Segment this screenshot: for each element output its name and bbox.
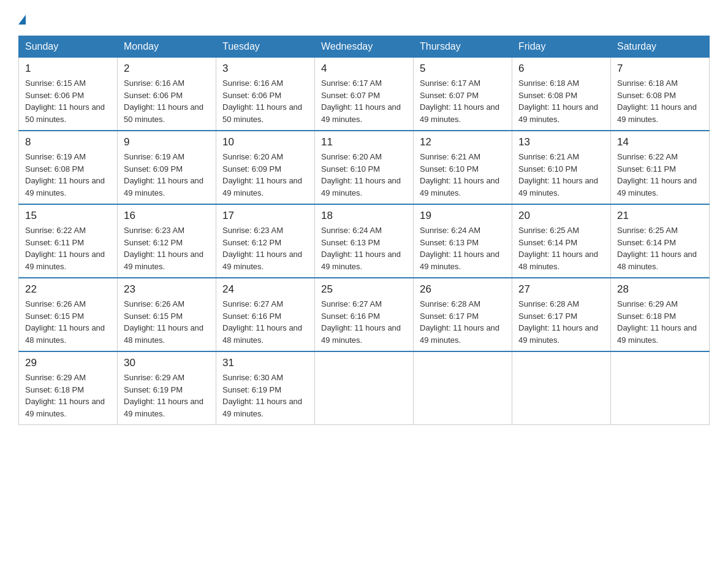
calendar-cell: 16Sunrise: 6:23 AMSunset: 6:12 PMDayligh…	[118, 204, 216, 278]
day-number: 4	[321, 63, 407, 75]
calendar-cell: 30Sunrise: 6:29 AMSunset: 6:19 PMDayligh…	[118, 351, 216, 425]
calendar-cell	[414, 351, 512, 425]
page-header	[18, 12, 710, 23]
day-number: 5	[420, 63, 506, 75]
calendar-cell: 15Sunrise: 6:22 AMSunset: 6:11 PMDayligh…	[19, 204, 118, 278]
day-info: Sunrise: 6:23 AMSunset: 6:12 PMDaylight:…	[222, 224, 308, 272]
calendar-week-row: 1Sunrise: 6:15 AMSunset: 6:06 PMDaylight…	[19, 58, 710, 131]
day-number: 31	[222, 357, 308, 369]
day-number: 7	[617, 63, 703, 75]
day-number: 16	[124, 210, 210, 222]
calendar-week-row: 22Sunrise: 6:26 AMSunset: 6:15 PMDayligh…	[19, 278, 710, 351]
calendar-cell: 6Sunrise: 6:18 AMSunset: 6:08 PMDaylight…	[512, 58, 611, 131]
day-number: 20	[518, 210, 604, 222]
calendar-cell: 12Sunrise: 6:21 AMSunset: 6:10 PMDayligh…	[414, 131, 512, 204]
weekday-header-row: SundayMondayTuesdayWednesdayThursdayFrid…	[19, 36, 710, 58]
weekday-header-friday: Friday	[512, 36, 611, 58]
day-info: Sunrise: 6:16 AMSunset: 6:06 PMDaylight:…	[124, 77, 210, 125]
calendar-cell: 9Sunrise: 6:19 AMSunset: 6:09 PMDaylight…	[118, 131, 216, 204]
calendar-week-row: 8Sunrise: 6:19 AMSunset: 6:08 PMDaylight…	[19, 131, 710, 204]
day-info: Sunrise: 6:28 AMSunset: 6:17 PMDaylight:…	[420, 298, 506, 346]
weekday-header-tuesday: Tuesday	[216, 36, 315, 58]
calendar-cell: 23Sunrise: 6:26 AMSunset: 6:15 PMDayligh…	[118, 278, 216, 351]
day-info: Sunrise: 6:17 AMSunset: 6:07 PMDaylight:…	[321, 77, 407, 125]
day-number: 13	[518, 136, 604, 148]
calendar-cell: 10Sunrise: 6:20 AMSunset: 6:09 PMDayligh…	[216, 131, 315, 204]
calendar-cell: 19Sunrise: 6:24 AMSunset: 6:13 PMDayligh…	[414, 204, 512, 278]
weekday-header-saturday: Saturday	[611, 36, 710, 58]
day-info: Sunrise: 6:25 AMSunset: 6:14 PMDaylight:…	[518, 224, 604, 272]
day-info: Sunrise: 6:24 AMSunset: 6:13 PMDaylight:…	[321, 224, 407, 272]
day-info: Sunrise: 6:23 AMSunset: 6:12 PMDaylight:…	[124, 224, 210, 272]
day-info: Sunrise: 6:20 AMSunset: 6:09 PMDaylight:…	[222, 151, 308, 199]
day-number: 11	[321, 136, 407, 148]
day-info: Sunrise: 6:29 AMSunset: 6:18 PMDaylight:…	[617, 298, 703, 346]
day-number: 28	[617, 283, 703, 296]
calendar-cell: 3Sunrise: 6:16 AMSunset: 6:06 PMDaylight…	[216, 58, 315, 131]
calendar-cell: 25Sunrise: 6:27 AMSunset: 6:16 PMDayligh…	[315, 278, 414, 351]
calendar-cell	[315, 351, 414, 425]
calendar-cell: 17Sunrise: 6:23 AMSunset: 6:12 PMDayligh…	[216, 204, 315, 278]
day-info: Sunrise: 6:22 AMSunset: 6:11 PMDaylight:…	[25, 224, 111, 272]
calendar-cell: 2Sunrise: 6:16 AMSunset: 6:06 PMDaylight…	[118, 58, 216, 131]
calendar-cell: 29Sunrise: 6:29 AMSunset: 6:18 PMDayligh…	[19, 351, 118, 425]
day-info: Sunrise: 6:19 AMSunset: 6:08 PMDaylight:…	[25, 151, 111, 199]
calendar-cell	[611, 351, 710, 425]
calendar-cell: 11Sunrise: 6:20 AMSunset: 6:10 PMDayligh…	[315, 131, 414, 204]
day-info: Sunrise: 6:24 AMSunset: 6:13 PMDaylight:…	[420, 224, 506, 272]
logo-icon	[18, 15, 26, 25]
calendar-cell: 31Sunrise: 6:30 AMSunset: 6:19 PMDayligh…	[216, 351, 315, 425]
day-number: 24	[222, 283, 308, 296]
logo-text-block	[18, 12, 26, 23]
calendar-cell: 14Sunrise: 6:22 AMSunset: 6:11 PMDayligh…	[611, 131, 710, 204]
calendar-cell: 1Sunrise: 6:15 AMSunset: 6:06 PMDaylight…	[19, 58, 118, 131]
calendar-cell: 18Sunrise: 6:24 AMSunset: 6:13 PMDayligh…	[315, 204, 414, 278]
day-info: Sunrise: 6:21 AMSunset: 6:10 PMDaylight:…	[518, 151, 604, 199]
day-number: 19	[420, 210, 506, 222]
calendar-table: SundayMondayTuesdayWednesdayThursdayFrid…	[18, 36, 710, 425]
calendar-cell: 20Sunrise: 6:25 AMSunset: 6:14 PMDayligh…	[512, 204, 611, 278]
day-info: Sunrise: 6:30 AMSunset: 6:19 PMDaylight:…	[222, 372, 308, 419]
calendar-cell: 5Sunrise: 6:17 AMSunset: 6:07 PMDaylight…	[414, 58, 512, 131]
day-info: Sunrise: 6:16 AMSunset: 6:06 PMDaylight:…	[222, 77, 308, 125]
day-info: Sunrise: 6:29 AMSunset: 6:18 PMDaylight:…	[25, 372, 111, 419]
day-number: 23	[124, 283, 210, 296]
day-number: 12	[420, 136, 506, 148]
day-number: 22	[25, 283, 111, 296]
day-number: 25	[321, 283, 407, 296]
day-info: Sunrise: 6:28 AMSunset: 6:17 PMDaylight:…	[518, 298, 604, 346]
calendar-week-row: 29Sunrise: 6:29 AMSunset: 6:18 PMDayligh…	[19, 351, 710, 425]
calendar-cell: 8Sunrise: 6:19 AMSunset: 6:08 PMDaylight…	[19, 131, 118, 204]
weekday-header-sunday: Sunday	[19, 36, 118, 58]
day-info: Sunrise: 6:18 AMSunset: 6:08 PMDaylight:…	[617, 77, 703, 125]
day-info: Sunrise: 6:26 AMSunset: 6:15 PMDaylight:…	[25, 298, 111, 346]
day-info: Sunrise: 6:26 AMSunset: 6:15 PMDaylight:…	[124, 298, 210, 346]
day-number: 30	[124, 357, 210, 369]
day-number: 29	[25, 357, 111, 369]
calendar-cell: 27Sunrise: 6:28 AMSunset: 6:17 PMDayligh…	[512, 278, 611, 351]
day-info: Sunrise: 6:21 AMSunset: 6:10 PMDaylight:…	[420, 151, 506, 199]
calendar-cell: 26Sunrise: 6:28 AMSunset: 6:17 PMDayligh…	[414, 278, 512, 351]
day-number: 1	[25, 63, 111, 75]
day-number: 8	[25, 136, 111, 148]
day-info: Sunrise: 6:20 AMSunset: 6:10 PMDaylight:…	[321, 151, 407, 199]
calendar-cell: 24Sunrise: 6:27 AMSunset: 6:16 PMDayligh…	[216, 278, 315, 351]
day-number: 15	[25, 210, 111, 222]
day-info: Sunrise: 6:18 AMSunset: 6:08 PMDaylight:…	[518, 77, 604, 125]
weekday-header-wednesday: Wednesday	[315, 36, 414, 58]
day-number: 21	[617, 210, 703, 222]
calendar-week-row: 15Sunrise: 6:22 AMSunset: 6:11 PMDayligh…	[19, 204, 710, 278]
logo	[18, 12, 26, 23]
calendar-cell: 13Sunrise: 6:21 AMSunset: 6:10 PMDayligh…	[512, 131, 611, 204]
calendar-cell: 22Sunrise: 6:26 AMSunset: 6:15 PMDayligh…	[19, 278, 118, 351]
day-info: Sunrise: 6:15 AMSunset: 6:06 PMDaylight:…	[25, 77, 111, 125]
day-info: Sunrise: 6:25 AMSunset: 6:14 PMDaylight:…	[617, 224, 703, 272]
day-number: 27	[518, 283, 604, 296]
day-number: 6	[518, 63, 604, 75]
day-info: Sunrise: 6:22 AMSunset: 6:11 PMDaylight:…	[617, 151, 703, 199]
weekday-header-monday: Monday	[118, 36, 216, 58]
weekday-header-thursday: Thursday	[414, 36, 512, 58]
day-number: 3	[222, 63, 308, 75]
calendar-cell: 4Sunrise: 6:17 AMSunset: 6:07 PMDaylight…	[315, 58, 414, 131]
calendar-cell	[512, 351, 611, 425]
